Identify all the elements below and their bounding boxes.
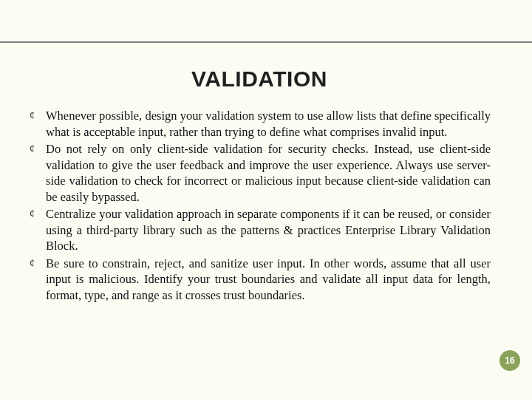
- bullet-icon: ¢: [28, 206, 46, 222]
- list-item: ¢ Centralize your validation approach in…: [28, 206, 491, 254]
- top-border-line: [0, 41, 532, 43]
- list-item: ¢ Be sure to constrain, reject, and sani…: [28, 256, 491, 304]
- bullet-icon: ¢: [28, 141, 46, 157]
- slide-title: VALIDATION: [28, 66, 491, 92]
- list-item: ¢ Do not rely on only client-side valida…: [28, 141, 491, 205]
- list-item-text: Centralize your validation approach in s…: [46, 206, 491, 254]
- bullet-list: ¢ Whenever possible, design your validat…: [28, 108, 491, 303]
- slide: VALIDATION ¢ Whenever possible, design y…: [0, 0, 532, 399]
- list-item-text: Be sure to constrain, reject, and saniti…: [46, 256, 491, 304]
- bullet-icon: ¢: [28, 108, 46, 124]
- page-number-badge: 16: [499, 350, 520, 371]
- list-item-text: Do not rely on only client-side validati…: [46, 141, 491, 205]
- list-item-text: Whenever possible, design your validatio…: [46, 108, 491, 140]
- bullet-icon: ¢: [28, 256, 46, 272]
- list-item: ¢ Whenever possible, design your validat…: [28, 108, 491, 140]
